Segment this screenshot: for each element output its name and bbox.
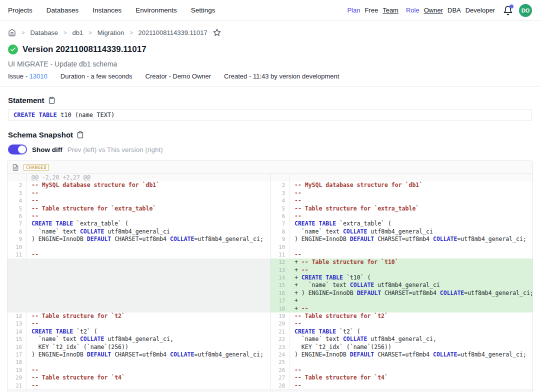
role-label[interactable]: Role <box>406 6 420 14</box>
diff-code-row: 9) ENGINE=InnoDB DEFAULT CHARSET=utf8mb4… <box>270 236 532 243</box>
nav-item-projects[interactable]: Projects <box>8 6 32 14</box>
code-line: -- Table structure for `t4` <box>26 374 270 382</box>
copy-statement-icon[interactable] <box>48 96 56 104</box>
diff-filler-row <box>8 290 270 297</box>
diff-code-row: 8 `name` text COLLATE utf8mb4_general_ci <box>270 228 532 236</box>
diff-code-row: 5-- Table structure for `extra_table` <box>8 205 270 212</box>
line-number: 26 <box>270 366 290 374</box>
star-icon[interactable] <box>213 28 221 36</box>
code-line <box>26 358 270 366</box>
diff-code-row: 13+ -- <box>270 266 532 274</box>
code-line <box>290 174 532 182</box>
line-number: 16 <box>270 290 290 297</box>
plan-label[interactable]: Plan <box>347 6 360 14</box>
meta-issue-label: Issue - <box>8 72 28 80</box>
diff-code-row: 10 <box>270 244 532 251</box>
diff-filler-row <box>8 297 270 304</box>
code-line: -- <box>290 212 532 220</box>
schema-snapshot-heading-label: Schema Snapshot <box>8 130 73 139</box>
line-number <box>8 266 26 274</box>
meta-issue: Issue - 13010 <box>8 72 48 80</box>
nav-item-databases[interactable]: Databases <box>46 6 79 14</box>
line-number: 7 <box>270 220 290 228</box>
diff-code-row: 24) ENGINE=InnoDB DEFAULT CHARSET=utf8mb… <box>270 351 532 358</box>
diff-code-row: 20-- Table structure for `t4` <box>8 374 270 382</box>
breadcrumb-version[interactable]: 20211008114339.11017 <box>138 29 208 36</box>
notification-bell-icon[interactable] <box>503 6 513 16</box>
line-number: 12 <box>8 312 26 320</box>
breadcrumb: > Database > db1 > Migration > 202110081… <box>0 21 540 36</box>
code-line: ) ENGINE=InnoDB DEFAULT CHARSET=utf8mb4 … <box>290 351 532 358</box>
line-number: 18 <box>8 358 26 366</box>
page-title: Version 20211008114339.11017 <box>22 44 146 54</box>
line-number: 17 <box>8 351 26 358</box>
diff-code-row: 13-- <box>8 320 270 328</box>
nav-item-instances[interactable]: Instances <box>92 6 122 14</box>
breadcrumb-separator: > <box>64 30 66 36</box>
copy-schema-icon[interactable] <box>76 131 84 138</box>
line-number <box>8 290 26 297</box>
code-line: -- <box>26 320 270 328</box>
code-line: -- <box>26 382 270 390</box>
code-line: KEY `t2_idx` (`name`(256)) <box>290 344 532 351</box>
code-line: `name` text COLLATE utf8mb4_general_ci <box>290 228 532 236</box>
plan-team-link[interactable]: Team <box>382 6 398 14</box>
avatar[interactable]: DO <box>519 4 532 17</box>
issue-link[interactable]: 13010 <box>30 72 48 80</box>
diff-code-row: 2-- MySQL database structure for `db1` <box>8 182 270 189</box>
diff-code-row: 15+ `name` text COLLATE utf8mb4_general_… <box>270 282 532 289</box>
code-line: -- <box>26 366 270 374</box>
code-line: ) ENGINE=InnoDB DEFAULT CHARSET=utf8mb4 … <box>290 236 532 243</box>
diff-code-row: 11-- <box>270 251 532 258</box>
nav-item-environments[interactable]: Environments <box>136 6 177 14</box>
code-line: + -- <box>290 305 532 312</box>
diff-code-row: 4-- <box>270 197 532 204</box>
code-line: -- Table structure for `t4` <box>290 374 532 382</box>
nav-item-settings[interactable]: Settings <box>191 6 216 14</box>
line-number <box>8 297 26 304</box>
diff-code-row: 6-- <box>270 212 532 220</box>
code-line: -- <box>26 197 270 204</box>
code-line: @@ -2,20 +2,27 @@ <box>26 174 270 182</box>
code-line: `name` text COLLATE utf8mb4_general_ci, <box>290 336 532 343</box>
diff-hunk-header: @@ -2,20 +2,27 @@ <box>8 174 270 182</box>
code-line <box>26 266 270 274</box>
show-diff-toggle[interactable] <box>8 144 27 154</box>
breadcrumb-db1[interactable]: db1 <box>72 29 84 36</box>
code-line: + <box>290 297 532 304</box>
code-line: -- <box>290 190 532 197</box>
code-line <box>26 290 270 297</box>
version-meta: Issue - 13010 Duration - a few seconds C… <box>8 72 532 80</box>
role-owner-link[interactable]: Owner <box>424 6 443 14</box>
breadcrumb-database[interactable]: Database <box>30 29 58 36</box>
role-dba[interactable]: DBA <box>448 6 461 14</box>
code-line: `name` text COLLATE utf8mb4_general_ci, <box>26 336 270 343</box>
line-number <box>8 274 26 282</box>
breadcrumb-separator: > <box>22 30 24 36</box>
line-number: 9 <box>270 236 290 243</box>
line-number: 16 <box>8 344 26 351</box>
code-line: -- Table structure for `t2` <box>290 312 532 320</box>
role-developer[interactable]: Developer <box>466 6 495 14</box>
home-icon[interactable] <box>8 28 16 36</box>
code-line: CREATE TABLE `extra_table` ( <box>26 220 270 228</box>
code-line: -- <box>290 366 532 374</box>
meta-duration: Duration - a few seconds <box>60 72 132 80</box>
line-number: 14 <box>270 274 290 282</box>
breadcrumb-migration[interactable]: Migration <box>98 29 124 36</box>
line-number: 19 <box>270 312 290 320</box>
diff-code-row: 17) ENGINE=InnoDB DEFAULT CHARSET=utf8mb… <box>8 351 270 358</box>
line-number: 21 <box>8 382 26 390</box>
diff-code-row: 26-- <box>270 366 532 374</box>
diff-filler-row <box>8 266 270 274</box>
line-number: 19 <box>8 366 26 374</box>
diff-code-row: 21-- <box>8 382 270 390</box>
line-number: 28 <box>270 382 290 390</box>
line-number: 2 <box>8 182 26 189</box>
code-line <box>26 282 270 289</box>
diff-code-row: 14CREATE TABLE `t2` ( <box>8 328 270 336</box>
diff-filler-row <box>8 282 270 289</box>
code-line: + -- <box>290 266 532 274</box>
code-line <box>26 258 270 266</box>
line-number: 13 <box>8 320 26 328</box>
